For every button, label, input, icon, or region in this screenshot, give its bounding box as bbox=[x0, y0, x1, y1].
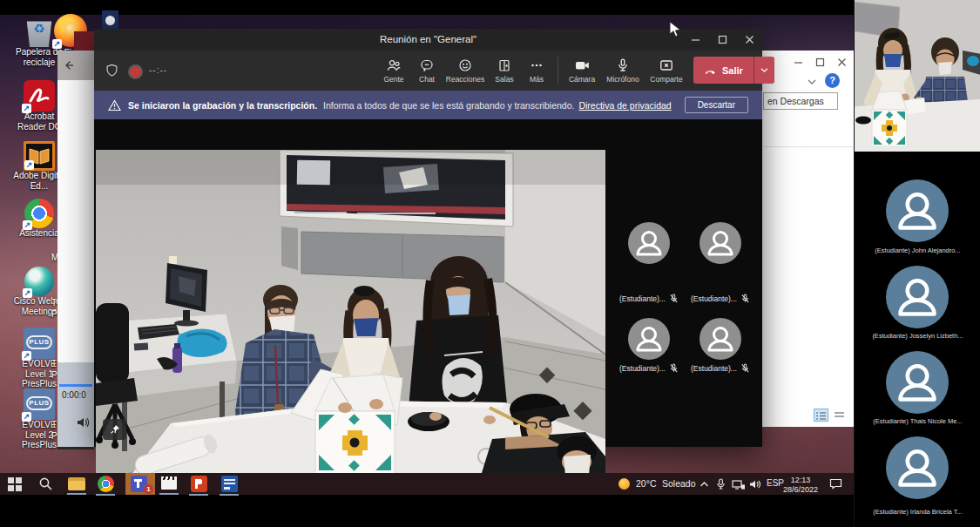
toolbar-microphone-button[interactable]: Micrófono bbox=[601, 51, 645, 91]
strip-window-header bbox=[57, 51, 94, 80]
meeting-stage: (Estudiante)... (Estudiante)... (Estudia… bbox=[94, 119, 762, 447]
player-volume-icon[interactable] bbox=[75, 415, 91, 430]
back-arrow-icon[interactable] bbox=[62, 58, 76, 72]
toolbar-chat-button[interactable]: Chat bbox=[411, 51, 443, 91]
sidebar-participant-name: (Estudiante) Thais Nicole Me... bbox=[856, 417, 979, 425]
taskbar-clock[interactable]: 12:13 28/6/2022 bbox=[781, 476, 820, 495]
camera-icon bbox=[574, 57, 591, 73]
player-progress-bar[interactable] bbox=[59, 384, 92, 387]
toolbar-people-button[interactable]: Gente bbox=[376, 51, 411, 91]
maximize-icon[interactable] bbox=[815, 57, 825, 67]
chevron-down-icon[interactable] bbox=[808, 78, 816, 85]
mic-muted-icon bbox=[740, 363, 750, 373]
leave-button[interactable]: Salir bbox=[693, 57, 774, 84]
app-icon bbox=[224, 479, 235, 486]
taskbar-app-button[interactable] bbox=[221, 476, 238, 492]
screen: ♻ Papelera de reciclaje Acrobat Reader D… bbox=[0, 0, 980, 527]
tray-network-icon[interactable] bbox=[732, 480, 745, 490]
weather-condition[interactable]: Soleado bbox=[662, 478, 696, 489]
toolbar-divider bbox=[558, 57, 558, 84]
tray-chevron-up-icon[interactable] bbox=[700, 481, 709, 488]
leave-label: Salir bbox=[722, 65, 743, 76]
hidden-icon-label-fragment: T bbox=[51, 420, 57, 429]
sidebar-participant-avatar[interactable] bbox=[886, 436, 949, 499]
help-button[interactable]: ? bbox=[825, 73, 840, 88]
explorer-divider bbox=[763, 146, 854, 147]
action-center-icon[interactable] bbox=[829, 478, 842, 490]
taskbar-explorer-button[interactable] bbox=[68, 477, 85, 490]
person-icon bbox=[700, 222, 741, 264]
taskbar: 1 20°C Soleado ESP 12:13 28 bbox=[0, 473, 854, 495]
toolbar-camera-button[interactable]: Cámara bbox=[563, 51, 601, 91]
sidebar-participant-avatar[interactable] bbox=[886, 179, 949, 242]
toolbar-label: Más bbox=[530, 75, 544, 84]
hidden-icon-label-fragment: P bbox=[51, 370, 57, 380]
privacy-policy-link[interactable]: Directiva de privacidad bbox=[578, 100, 671, 111]
reactions-icon bbox=[457, 57, 473, 73]
player-controls-area: 0:00:0 bbox=[57, 362, 94, 449]
toolbar-rooms-button[interactable]: Salas bbox=[488, 51, 521, 91]
window-title: Reunión en "General" bbox=[94, 29, 762, 51]
recording-banner: Se iniciaron la grabación y la transcrip… bbox=[94, 91, 762, 119]
player-elapsed-time: 0:00:0 bbox=[62, 390, 86, 400]
details-view-button[interactable] bbox=[814, 409, 828, 422]
window-minimize-button[interactable] bbox=[682, 29, 708, 51]
window-maximize-button[interactable] bbox=[709, 29, 735, 51]
people-icon bbox=[386, 57, 402, 73]
participant-avatar[interactable] bbox=[700, 222, 741, 264]
list-view-button[interactable] bbox=[833, 409, 848, 422]
mic-muted-icon bbox=[740, 294, 750, 303]
participants-sidebar: (Estudiante) John Alejandro... (Estudian… bbox=[854, 0, 980, 527]
toolbar-label: Chat bbox=[419, 75, 435, 84]
shortcut-arrow-icon bbox=[24, 160, 34, 170]
sidebar-video-feed[interactable] bbox=[855, 0, 980, 152]
background-window-strip: 0:00:0 bbox=[57, 51, 94, 449]
taskbar-search-button[interactable] bbox=[38, 476, 53, 495]
tray-microphone-icon[interactable] bbox=[716, 478, 726, 490]
toolbar-reactions-button[interactable]: Reacciones bbox=[443, 51, 488, 91]
sidebar-participant-name: (Estudiante) Josselyn Lizbeth... bbox=[856, 332, 979, 340]
strip-window-bottom-edge bbox=[57, 447, 94, 449]
toolbar-label: Comparte bbox=[650, 75, 682, 84]
toolbar-more-button[interactable]: Más bbox=[521, 51, 552, 91]
hidden-icon-label-fragment: P bbox=[51, 309, 57, 319]
shortcut-arrow-icon bbox=[22, 104, 31, 113]
sidebar-participant-name: (Estudiante) Irlanda Bricela T... bbox=[856, 508, 979, 516]
dismiss-banner-button[interactable]: Descartar bbox=[685, 97, 748, 113]
start-button[interactable] bbox=[8, 477, 22, 491]
minimize-icon[interactable] bbox=[794, 57, 803, 67]
window-close-button[interactable] bbox=[736, 29, 762, 51]
tray-volume-icon[interactable] bbox=[749, 479, 761, 490]
recycle-icon: ♻ bbox=[24, 21, 54, 37]
shortcut-arrow-icon bbox=[23, 220, 32, 230]
plus-badge: PLUS bbox=[26, 335, 52, 349]
toolbar-share-button[interactable]: Comparte bbox=[645, 51, 688, 91]
more-dots-icon bbox=[529, 57, 544, 73]
pin-video-button[interactable] bbox=[103, 419, 126, 440]
taskbar-powerpoint-button[interactable] bbox=[191, 476, 207, 492]
main-video-feed bbox=[96, 150, 605, 476]
participant-name-row: (Estudiante)... bbox=[686, 363, 755, 373]
participant-avatar[interactable] bbox=[628, 222, 670, 264]
weather-sun-icon[interactable] bbox=[618, 478, 630, 490]
sidebar-participant-avatar[interactable] bbox=[886, 266, 949, 328]
toolbar-label: Micrófono bbox=[606, 75, 639, 84]
taskbar-teams-button[interactable]: 1 bbox=[125, 473, 155, 495]
toolbar-label: Cámara bbox=[569, 75, 595, 84]
teams-titlebar: Reunión en "General" bbox=[94, 29, 762, 51]
participant-avatar[interactable] bbox=[628, 318, 670, 360]
taskbar-films-button[interactable] bbox=[161, 476, 177, 490]
toolbar-label: Gente bbox=[383, 75, 403, 84]
close-icon[interactable] bbox=[837, 57, 847, 67]
participant-avatar[interactable] bbox=[700, 318, 741, 360]
rooms-icon bbox=[497, 57, 512, 73]
explorer-search-input[interactable] bbox=[763, 92, 838, 110]
weather-temperature[interactable]: 20°C bbox=[636, 478, 656, 489]
taskbar-chrome-button[interactable] bbox=[98, 476, 114, 492]
participant-name-row: (Estudiante)... bbox=[614, 363, 684, 373]
participant-name-row: (Estudiante)... bbox=[686, 294, 755, 303]
banner-bold-text: Se iniciaron la grabación y la transcrip… bbox=[128, 100, 317, 111]
person-icon bbox=[886, 351, 949, 414]
sidebar-participant-avatar[interactable] bbox=[886, 351, 949, 414]
leave-options-chevron[interactable] bbox=[754, 57, 774, 84]
